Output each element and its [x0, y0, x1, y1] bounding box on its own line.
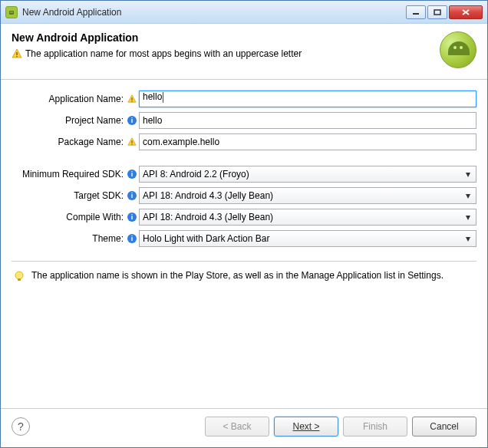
svg-point-2: [12, 12, 12, 12]
compile-label: Compile With:: [12, 212, 125, 222]
chevron-down-icon: ▾: [462, 189, 474, 202]
titlebar[interactable]: New Android Application: [1, 1, 487, 24]
back-button[interactable]: < Back: [205, 417, 269, 436]
svg-point-1: [10, 12, 11, 12]
help-button[interactable]: ?: [12, 417, 30, 436]
info-icon: i: [127, 169, 137, 180]
chevron-down-icon: ▾: [462, 232, 474, 245]
info-icon: i: [127, 233, 137, 244]
separator: [12, 261, 476, 262]
target-sdk-combo[interactable]: API 18: Android 4.3 (Jelly Bean) ▾: [139, 187, 476, 204]
svg-rect-4: [434, 10, 440, 15]
svg-rect-0: [9, 11, 14, 15]
footer: ? < Back Next > Finish Cancel: [1, 408, 487, 447]
lightbulb-icon: [13, 270, 25, 282]
warning-icon: [127, 94, 137, 104]
android-app-icon: [5, 6, 18, 18]
minimize-button[interactable]: [406, 5, 426, 19]
info-icon: i: [127, 212, 137, 222]
package-name-label: Package Name:: [12, 137, 125, 147]
page-title: New Android Application: [12, 31, 302, 44]
hint-panel: The application name is shown in the Pla…: [12, 269, 476, 282]
svg-rect-14: [18, 278, 21, 281]
svg-rect-9: [131, 97, 132, 100]
maximize-button[interactable]: [427, 5, 447, 19]
hint-text: The application name is shown in the Pla…: [31, 269, 443, 282]
cancel-button[interactable]: Cancel: [412, 417, 476, 436]
window-buttons: [406, 5, 483, 19]
svg-rect-12: [131, 144, 132, 145]
svg-rect-10: [131, 101, 132, 102]
min-sdk-label: Minimum Required SDK:: [12, 169, 125, 180]
finish-button[interactable]: Finish: [343, 417, 407, 436]
warning-icon: [127, 137, 137, 147]
next-button[interactable]: Next >: [274, 417, 338, 436]
svg-point-13: [15, 272, 23, 279]
dialog-window: New Android Application New Android Appl…: [0, 0, 488, 448]
package-name-input[interactable]: [139, 133, 476, 150]
info-icon: i: [127, 115, 137, 126]
theme-combo[interactable]: Holo Light with Dark Action Bar ▾: [139, 230, 476, 247]
svg-rect-11: [131, 140, 132, 143]
project-name-label: Project Name:: [12, 115, 125, 126]
header-message: The application name for most apps begin…: [25, 48, 302, 59]
info-icon: i: [127, 190, 137, 201]
window-title: New Android Application: [22, 7, 406, 18]
target-sdk-label: Target SDK:: [12, 190, 125, 201]
android-logo-icon: [440, 31, 476, 68]
project-name-input[interactable]: [139, 112, 476, 129]
app-name-input[interactable]: hello: [139, 91, 476, 107]
svg-rect-8: [16, 56, 17, 57]
close-button[interactable]: [449, 5, 483, 19]
warning-icon: [12, 48, 22, 59]
theme-label: Theme:: [12, 233, 125, 244]
svg-rect-7: [16, 52, 17, 55]
form-content: Application Name: hello Project Name: i …: [1, 80, 487, 408]
chevron-down-icon: ▾: [462, 211, 474, 223]
compile-combo[interactable]: API 18: Android 4.3 (Jelly Bean) ▾: [139, 209, 476, 226]
min-sdk-combo[interactable]: API 8: Android 2.2 (Froyo) ▾: [139, 166, 476, 183]
chevron-down-icon: ▾: [462, 168, 474, 180]
app-name-label: Application Name:: [12, 94, 125, 104]
header-banner: New Android Application The application …: [1, 24, 487, 80]
